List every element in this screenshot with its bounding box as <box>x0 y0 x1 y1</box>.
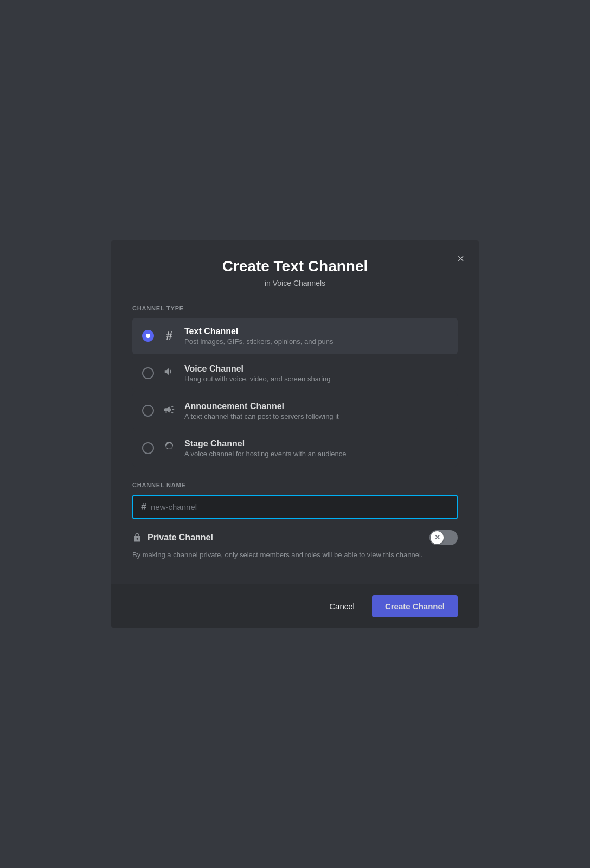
channel-type-voice[interactable]: Voice Channel Hang out with voice, video… <box>132 355 458 392</box>
radio-text <box>142 330 154 342</box>
private-channel-label: Private Channel <box>132 533 213 542</box>
modal-footer: Cancel Create Channel <box>111 584 479 628</box>
channel-name-section: CHANNEL NAME # <box>132 482 458 519</box>
voice-channel-name: Voice Channel <box>184 364 448 374</box>
channel-name-input-wrapper: # <box>132 495 458 519</box>
radio-voice <box>142 367 154 379</box>
modal-body: CHANNEL TYPE # Text Channel Post images,… <box>111 296 479 584</box>
channel-name-label: CHANNEL NAME <box>132 482 458 488</box>
lock-icon <box>132 533 142 542</box>
text-channel-desc: Post images, GIFs, stickers, opinions, a… <box>184 337 448 346</box>
announcement-channel-name: Announcement Channel <box>184 401 448 411</box>
radio-announcement <box>142 405 154 417</box>
stage-channel-desc: A voice channel for hosting events with … <box>184 450 448 458</box>
modal-subtitle: in Voice Channels <box>132 279 458 288</box>
create-channel-button[interactable]: Create Channel <box>372 595 458 617</box>
channel-type-stage[interactable]: Stage Channel A voice channel for hostin… <box>132 430 458 467</box>
private-channel-row: Private Channel ✕ <box>132 530 458 545</box>
radio-dot-text <box>146 334 150 338</box>
channel-type-announcement[interactable]: Announcement Channel A text channel that… <box>132 393 458 429</box>
text-channel-info: Text Channel Post images, GIFs, stickers… <box>184 327 448 346</box>
announcement-channel-icon <box>162 404 177 418</box>
stage-channel-icon <box>162 440 177 456</box>
private-channel-description: By making a channel private, only select… <box>132 550 458 560</box>
channel-name-prefix: # <box>141 501 146 513</box>
toggle-track: ✕ <box>429 530 458 545</box>
modal-title: Create Text Channel <box>132 257 458 276</box>
voice-channel-info: Voice Channel Hang out with voice, video… <box>184 364 448 383</box>
radio-stage <box>142 442 154 454</box>
channel-type-text[interactable]: # Text Channel Post images, GIFs, sticke… <box>132 318 458 354</box>
channel-name-input[interactable] <box>151 502 449 512</box>
text-channel-icon: # <box>162 329 177 343</box>
private-channel-toggle[interactable]: ✕ <box>429 530 458 545</box>
announcement-channel-info: Announcement Channel A text channel that… <box>184 401 448 420</box>
channel-type-label: CHANNEL TYPE <box>132 305 458 311</box>
voice-channel-desc: Hang out with voice, video, and screen s… <box>184 375 448 383</box>
toggle-thumb: ✕ <box>431 531 444 544</box>
private-channel-section: Private Channel ✕ By making a channel pr… <box>132 530 458 560</box>
close-button[interactable]: × <box>455 251 466 267</box>
stage-channel-info: Stage Channel A voice channel for hostin… <box>184 439 448 458</box>
modal-header: Create Text Channel in Voice Channels <box>111 240 479 296</box>
channel-type-list: # Text Channel Post images, GIFs, sticke… <box>132 318 458 467</box>
private-channel-text: Private Channel <box>148 533 213 542</box>
announcement-channel-desc: A text channel that can post to servers … <box>184 412 448 420</box>
voice-channel-icon <box>162 366 177 381</box>
create-channel-modal: Create Text Channel in Voice Channels × … <box>111 240 479 628</box>
stage-channel-name: Stage Channel <box>184 439 448 449</box>
cancel-button[interactable]: Cancel <box>320 596 363 616</box>
toggle-x-icon: ✕ <box>434 533 440 541</box>
text-channel-name: Text Channel <box>184 327 448 336</box>
